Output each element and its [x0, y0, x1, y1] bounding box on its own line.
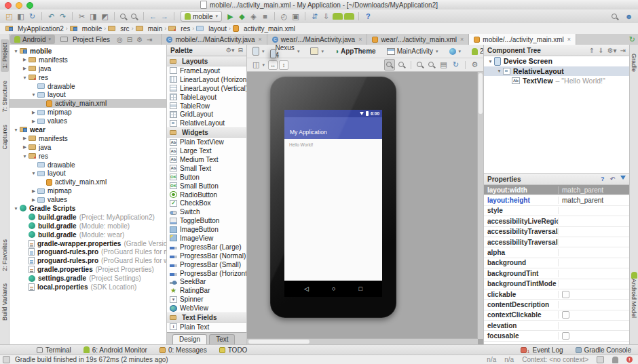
forward-nav-icon[interactable]: → [160, 11, 170, 22]
component-tree-node[interactable]: ▼Device Screen [484, 56, 629, 66]
toolwindow-button-terminal[interactable]: Terminal [37, 346, 71, 354]
open-folder-icon[interactable]: ◰ [4, 11, 14, 22]
toolwindow-switcher-icon[interactable] [3, 356, 10, 363]
property-row[interactable]: style [484, 206, 629, 216]
close-tab-icon[interactable]: × [567, 36, 571, 43]
locate-icon[interactable]: ◎ [115, 36, 125, 43]
tool-strip-tab[interactable]: 1: Project [1, 39, 9, 72]
palette-item[interactable]: AbSmall Text [167, 164, 246, 173]
palette-item[interactable]: AbMedium Text [167, 155, 246, 164]
tree-arrow-icon[interactable]: ▶ [21, 66, 29, 71]
close-window-icon[interactable] [5, 2, 12, 9]
user-icon[interactable]: ☻ [624, 11, 634, 22]
maximize-window-icon[interactable] [26, 2, 33, 9]
tree-item[interactable]: proguard-rules.pro(ProGuard Rules for we… [10, 256, 166, 265]
tool-strip-tab[interactable]: 7: Structure [1, 77, 9, 116]
tree-item[interactable]: ▶manifests [10, 134, 166, 143]
coverage-icon[interactable]: ◈ [248, 11, 259, 22]
copy-icon[interactable]: ◨ [88, 11, 98, 22]
tree-arrow-icon[interactable]: ▼ [12, 206, 20, 211]
palette-item[interactable]: ImageView [167, 234, 246, 243]
palette-item[interactable]: SeekBar [167, 277, 246, 286]
tree-item[interactable]: build.gradle(Project: MyApplication2) [10, 213, 166, 222]
palette-item[interactable]: LinearLayout (Horizontal) [167, 75, 246, 84]
tree-arrow-icon[interactable]: ▼ [30, 92, 37, 97]
property-row[interactable]: elevation [484, 321, 629, 331]
project-files-tab[interactable]: Project Files [56, 35, 114, 44]
tree-arrow-icon[interactable]: ▶ [21, 144, 29, 150]
device-preview-screen[interactable]: 6:00 My Application Hello World! ◁ ○ □ [284, 110, 382, 297]
property-value[interactable]: match_parent [559, 186, 629, 194]
sync-project-icon[interactable]: ⇵ [309, 11, 320, 22]
toolwindow-button-event-log[interactable]: 1Event Log [521, 346, 563, 354]
editor-tab[interactable]: mobile/.../activity_main.xml× [469, 34, 576, 45]
refresh-icon[interactable]: ↻ [451, 59, 461, 70]
palette-section-header[interactable]: Layouts [167, 56, 246, 66]
lock-icon[interactable] [597, 356, 604, 363]
palette-item[interactable]: WebView [167, 304, 246, 312]
tree-arrow-icon[interactable]: ▶ [30, 119, 37, 124]
toolwindow-button-messages[interactable]: 0: Messages [160, 346, 207, 354]
palette-item[interactable]: TableRow [167, 102, 246, 110]
tree-item[interactable]: ▶mipmap [10, 186, 166, 195]
editor-tab[interactable]: wear/.../activity_main.xml× [367, 34, 469, 45]
palette-section-header[interactable]: Widgets [167, 127, 246, 138]
tool-strip-tab[interactable]: Gradle [630, 50, 638, 75]
activity-dropdown[interactable]: MainActivity▾ [385, 47, 440, 55]
checkbox[interactable] [562, 311, 569, 319]
breadcrumb-item[interactable]: main [136, 25, 163, 33]
tree-item[interactable]: build.gradle(Module: wear) [10, 230, 166, 239]
zoom-to-fit-icon[interactable] [384, 59, 395, 70]
tree-item[interactable]: ▶mipmap [10, 108, 166, 117]
layout-inspector-icon[interactable]: ▣ [290, 11, 301, 22]
checkbox[interactable] [562, 291, 569, 298]
project-view-dropdown-android[interactable]: Android ▾ [10, 35, 55, 44]
zoom-mode-dropdown[interactable]: ◫▾ [250, 59, 267, 70]
preview-document-icon[interactable]: ▤ [438, 59, 449, 70]
close-tab-icon[interactable]: × [460, 36, 464, 43]
palette-item[interactable]: ★RatingBar [167, 286, 246, 295]
orientation-dropdown[interactable]: ▾ [308, 47, 326, 55]
help-icon[interactable]: ? [363, 11, 373, 22]
locale-dropdown[interactable]: ▾ [447, 48, 464, 55]
property-row[interactable]: contentDescription [484, 300, 629, 310]
back-nav-icon[interactable]: ← [148, 11, 158, 22]
undo-icon[interactable]: ↶ [46, 11, 56, 22]
tree-item[interactable]: settings.gradle(Project Settings) [10, 274, 166, 283]
tree-arrow-icon[interactable]: ▼ [12, 49, 20, 54]
breadcrumb-item[interactable]: activity_main.xml [233, 25, 295, 33]
palette-item[interactable]: ProgressBar (Normal) [167, 251, 246, 260]
settings-icon[interactable]: ⚙▾ [226, 47, 235, 54]
run-icon[interactable]: ▶ [225, 11, 236, 22]
tree-item[interactable]: ▼layout [10, 169, 166, 178]
palette-item[interactable]: AbPlain TextView [167, 138, 246, 146]
device-dropdown[interactable]: Nexus 4▾ [274, 44, 302, 59]
palette-item[interactable]: RelativeLayout [167, 119, 246, 127]
stop-icon[interactable]: ■ [260, 11, 270, 22]
property-value[interactable] [559, 291, 629, 298]
expand-all-icon[interactable]: ⇑ [589, 47, 595, 54]
tree-arrow-icon[interactable]: ▶ [30, 188, 37, 194]
palette-item[interactable]: Switch [167, 207, 246, 216]
property-value[interactable] [559, 332, 629, 340]
palette-section-header[interactable]: Text Fields [167, 312, 246, 323]
tree-arrow-icon[interactable]: ▼ [487, 59, 494, 64]
collapse-all-icon[interactable]: ⊟ [125, 36, 134, 43]
toolwindow-button-android[interactable]: 6: Android Monitor [83, 346, 147, 354]
breadcrumb-item[interactable]: res [168, 25, 190, 33]
property-row[interactable]: clickable [484, 289, 629, 300]
tree-item[interactable]: gradle.properties(Project Properties) [10, 265, 166, 274]
tree-item[interactable]: ▼res [10, 152, 166, 161]
replace-icon[interactable] [130, 12, 139, 22]
palette-item[interactable]: ProgressBar (Large) [167, 243, 246, 251]
run-configuration-dropdown[interactable]: mobile ▾ [181, 11, 222, 22]
tree-arrow-icon[interactable]: ▶ [30, 197, 37, 203]
pin-icon[interactable]: ⇥ [620, 47, 626, 54]
redo-icon[interactable]: ↷ [58, 11, 68, 22]
property-row[interactable]: backgroundTint [484, 268, 629, 279]
android-device-icon[interactable] [344, 13, 354, 20]
property-row[interactable]: accessibilityTraversalBefore [484, 237, 629, 247]
tree-item[interactable]: ▼wear [10, 125, 166, 134]
palette-item[interactable]: LinearLayout (Vertical) [167, 84, 246, 93]
toolwindow-button-gradle-console[interactable]: Gradle Console [576, 346, 631, 354]
